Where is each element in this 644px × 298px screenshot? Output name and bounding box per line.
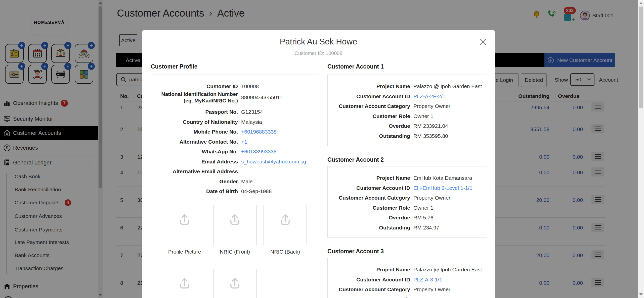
account-id-link[interactable]: PLZ-A-2F-2/1 <box>413 93 445 100</box>
field-value: RM 353595.80 <box>413 133 448 139</box>
field-row: Alternative Contact No.+1 <box>151 139 247 145</box>
field-row: Customer Account CategoryProperty Owner <box>328 286 450 293</box>
field-value: Palazzo @ Ipoh Garden East <box>413 83 482 90</box>
account-1-heading: Customer Account 1 <box>327 63 384 70</box>
field-label: Gender <box>151 178 238 185</box>
field-label: Outstanding <box>328 224 410 231</box>
upload-icon <box>278 212 292 227</box>
field-row: WhatsApp No.+60183993338 <box>151 148 277 155</box>
phone-link[interactable]: +60196883338 <box>241 129 277 135</box>
field-label: Customer ID <box>151 83 238 90</box>
scroll-up-icon[interactable] <box>639 2 643 4</box>
field-label: Overdue <box>328 214 410 221</box>
field-row: National Identification Number (eg. MyKa… <box>151 90 282 104</box>
field-label: Alternative Contact No. <box>151 139 238 145</box>
field-row: OverdueRM 233921.04 <box>328 123 448 129</box>
field-value: RM 5.76 <box>413 214 433 221</box>
scroll-down-icon[interactable] <box>639 293 643 295</box>
upload-profile-picture[interactable] <box>163 205 206 245</box>
field-value: 100008 <box>241 83 259 90</box>
field-value: Male <box>241 178 253 185</box>
account-1-card: Project NamePalazzo @ Ipoh Garden East C… <box>327 75 487 146</box>
upload-extra-1[interactable] <box>163 269 206 298</box>
field-value: Owner 1 <box>413 205 433 211</box>
field-value: Palazzo @ Ipoh Garden East <box>413 266 482 273</box>
upload-nric-back[interactable] <box>264 205 307 245</box>
field-row: Mobile Phone No.+60196883338 <box>151 129 277 135</box>
field-row: OutstandingRM 234.97 <box>328 224 439 231</box>
field-row: Passport No.G123154 <box>151 109 263 115</box>
upload-label: NRIC (Front) <box>213 249 256 255</box>
field-value: Owner 1 <box>413 113 433 120</box>
field-label: Customer Account Category <box>328 195 410 201</box>
account-id-link[interactable]: EH-EmHub 2-Level 1-1/1 <box>413 185 473 191</box>
field-value: 880904-43-55011 <box>241 94 282 101</box>
upload-nric-front[interactable] <box>213 205 256 245</box>
field-label: Customer Account ID <box>328 185 410 191</box>
upload-label: Profile Picture <box>163 249 206 255</box>
field-value: Property Owner <box>413 286 450 293</box>
account-2-heading: Customer Account 2 <box>327 156 384 163</box>
field-label: Overdue <box>328 123 410 129</box>
account-id-link[interactable]: PLZ-A-8-1/1 <box>413 276 442 283</box>
field-value: RM 233921.04 <box>413 123 448 129</box>
field-value: Property Owner <box>413 195 450 201</box>
field-row: Project NamePalazzo @ Ipoh Garden East <box>328 83 482 90</box>
scrollbar-thumb[interactable] <box>639 7 643 108</box>
field-row: Customer Account CategoryProperty Owner <box>328 195 450 201</box>
upload-icon <box>177 276 192 291</box>
upload-extra-2[interactable] <box>213 269 256 298</box>
profile-heading: Customer Profile <box>151 63 197 70</box>
field-row: OverdueRM 5.76 <box>328 214 433 221</box>
field-row: Project NamePalazzo @ Ipoh Garden East <box>328 266 482 273</box>
field-row: Customer RoleOwner 1 <box>328 113 433 120</box>
field-label: Customer Role <box>328 296 410 298</box>
field-row: Customer Account IDPLZ-A-8-1/1 <box>328 276 442 283</box>
field-label: Outstanding <box>328 133 410 139</box>
field-label: National Identification Number (eg. MyKa… <box>151 91 238 104</box>
customer-detail-modal: Patrick Au Sek Howe Customer ID: 100008 … <box>142 30 495 298</box>
field-row: Project NameEmHub Kota Damansara <box>328 175 472 181</box>
field-value: Property Owner <box>413 103 450 109</box>
upload-label: NRIC (Back) <box>264 249 307 255</box>
field-row: Customer Account CategoryProperty Owner <box>328 103 450 109</box>
upload-icon <box>228 276 242 291</box>
upload-icon <box>228 212 242 227</box>
account-3-card: Project NamePalazzo @ Ipoh Garden East C… <box>327 258 487 298</box>
field-row: GenderMale <box>151 178 253 185</box>
app-root: HOMΞSΞRVĀ + + $ + + + + ABC 123 <box>0 0 644 298</box>
field-label: Passport No. <box>151 109 238 115</box>
field-value: 04-Sep-1988 <box>241 188 272 195</box>
field-label: Mobile Phone No. <box>151 129 238 135</box>
field-row: OutstandingRM 353595.80 <box>328 133 448 139</box>
field-label: Project Name <box>328 175 410 181</box>
field-value: RM 234.97 <box>413 224 439 231</box>
field-label: Project Name <box>328 266 410 273</box>
whatsapp-link[interactable]: +60183993338 <box>241 148 277 155</box>
field-label: Customer Account Category <box>328 103 410 109</box>
field-label: WhatsApp No. <box>151 148 238 155</box>
profile-card: Customer ID100008 National Identificatio… <box>151 75 319 298</box>
modal-subtitle: Customer ID: 100008 <box>142 50 495 56</box>
field-row: Customer Account IDEH-EmHub 2-Level 1-1/… <box>328 185 473 191</box>
phone-link[interactable]: +1 <box>241 139 247 145</box>
field-label: Customer Role <box>328 113 410 120</box>
field-label: Customer Account Category <box>328 286 410 293</box>
field-value: Malaysia <box>241 119 262 125</box>
field-value: Owner 1 <box>413 296 433 298</box>
field-row: Email Addresss_howeash@yahoo.com.sg <box>151 158 306 165</box>
field-row: Alternative Email Address <box>151 168 241 175</box>
email-link[interactable]: s_howeash@yahoo.com.sg <box>241 158 306 165</box>
account-2-card: Project NameEmHub Kota Damansara Custome… <box>327 166 487 237</box>
window-scrollbar[interactable] <box>638 0 644 298</box>
field-row: Country of NationalityMalaysia <box>151 119 262 125</box>
field-label: Email Address <box>151 158 238 165</box>
field-label: Country of Nationality <box>151 119 238 125</box>
field-row: Customer RoleOwner 1 <box>328 296 433 298</box>
field-label: Date of Birth <box>151 188 238 195</box>
field-row: Customer ID100008 <box>151 83 259 90</box>
field-label: Customer Role <box>328 205 410 211</box>
field-label: Project Name <box>328 83 410 90</box>
field-label: Customer Account ID <box>328 276 410 283</box>
field-label: Customer Account ID <box>328 93 410 100</box>
